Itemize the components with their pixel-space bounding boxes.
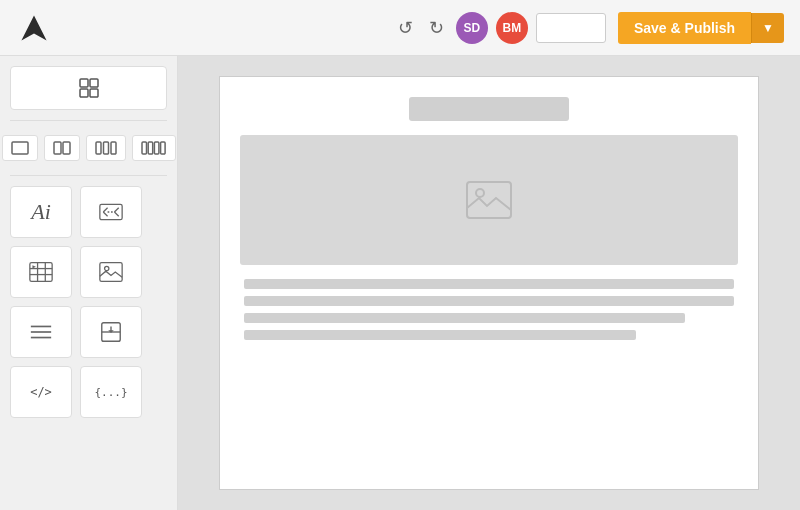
svg-point-28 [105, 266, 109, 270]
svg-line-18 [114, 208, 118, 212]
svg-rect-27 [100, 263, 122, 282]
svg-rect-9 [103, 142, 108, 154]
canvas-area [178, 56, 800, 510]
svg-rect-3 [80, 89, 88, 97]
logo-area [16, 10, 382, 46]
layout-row [10, 131, 167, 165]
svg-rect-11 [142, 142, 147, 154]
sidebar: Ai [0, 56, 178, 510]
layout-4col-button[interactable] [132, 135, 176, 161]
svg-line-16 [103, 208, 107, 212]
topbar-center: ↺ ↻ SD BM [394, 12, 606, 44]
image-icon [99, 260, 123, 284]
avatar-bm: BM [496, 12, 528, 44]
embed-icon [99, 200, 123, 224]
svg-line-19 [114, 212, 118, 216]
layout-3col-icon [95, 141, 117, 155]
logo-icon [16, 10, 52, 46]
text-tool-button[interactable]: Ai [10, 186, 72, 238]
layout-1col-icon [11, 141, 29, 155]
svg-rect-14 [160, 142, 165, 154]
main-area: Ai [0, 56, 800, 510]
text-line-4 [244, 330, 636, 340]
svg-rect-21 [30, 263, 52, 282]
svg-rect-12 [148, 142, 153, 154]
canvas-image-placeholder [240, 135, 738, 265]
templates-icon [77, 76, 101, 100]
tools-row-4: </> {...} [10, 366, 167, 418]
layout-3col-button[interactable] [86, 135, 126, 161]
align-icon [29, 320, 53, 344]
templates-button[interactable] [10, 66, 167, 110]
tools-row-2 [10, 246, 167, 298]
redo-button[interactable]: ↻ [425, 13, 448, 43]
sidebar-divider-1 [10, 120, 167, 121]
svg-rect-4 [90, 89, 98, 97]
svg-rect-6 [54, 142, 61, 154]
svg-marker-0 [21, 15, 46, 40]
sidebar-divider-2 [10, 175, 167, 176]
layout-1col-button[interactable] [2, 135, 38, 161]
canvas-title-placeholder [409, 97, 569, 121]
svg-rect-7 [63, 142, 70, 154]
tools-row-3 [10, 306, 167, 358]
text-line-3 [244, 313, 685, 323]
undo-button[interactable]: ↺ [394, 13, 417, 43]
text-line-2 [244, 296, 734, 306]
svg-rect-13 [154, 142, 159, 154]
svg-rect-36 [467, 182, 511, 218]
svg-rect-10 [111, 142, 116, 154]
canvas-content [219, 76, 759, 490]
layout-2col-icon [53, 141, 71, 155]
text-line-1 [244, 279, 734, 289]
svg-rect-8 [96, 142, 101, 154]
layout-2col-button[interactable] [44, 135, 80, 161]
save-publish-group: Save & Publish ▼ [618, 12, 784, 44]
embed-tool-button[interactable] [80, 186, 142, 238]
divider-icon [99, 320, 123, 344]
canvas-image-icon [465, 180, 513, 220]
json-tool-button[interactable]: {...} [80, 366, 142, 418]
layout-4col-icon [141, 141, 167, 155]
save-publish-dropdown-button[interactable]: ▼ [751, 13, 784, 43]
code-tool-button[interactable]: </> [10, 366, 72, 418]
table-tool-button[interactable] [10, 246, 72, 298]
svg-line-17 [103, 212, 107, 216]
svg-rect-2 [90, 79, 98, 87]
image-tool-button[interactable] [80, 246, 142, 298]
canvas-text-lines [240, 279, 738, 340]
topbar: ↺ ↻ SD BM Save & Publish ▼ [0, 0, 800, 56]
avatar-sd: SD [456, 12, 488, 44]
search-input[interactable] [536, 13, 606, 43]
svg-point-37 [476, 189, 484, 197]
svg-rect-5 [12, 142, 28, 154]
svg-rect-1 [80, 79, 88, 87]
tools-row-1: Ai [10, 186, 167, 238]
save-publish-button[interactable]: Save & Publish [618, 12, 751, 44]
table-icon [29, 260, 53, 284]
align-tool-button[interactable] [10, 306, 72, 358]
divider-tool-button[interactable] [80, 306, 142, 358]
